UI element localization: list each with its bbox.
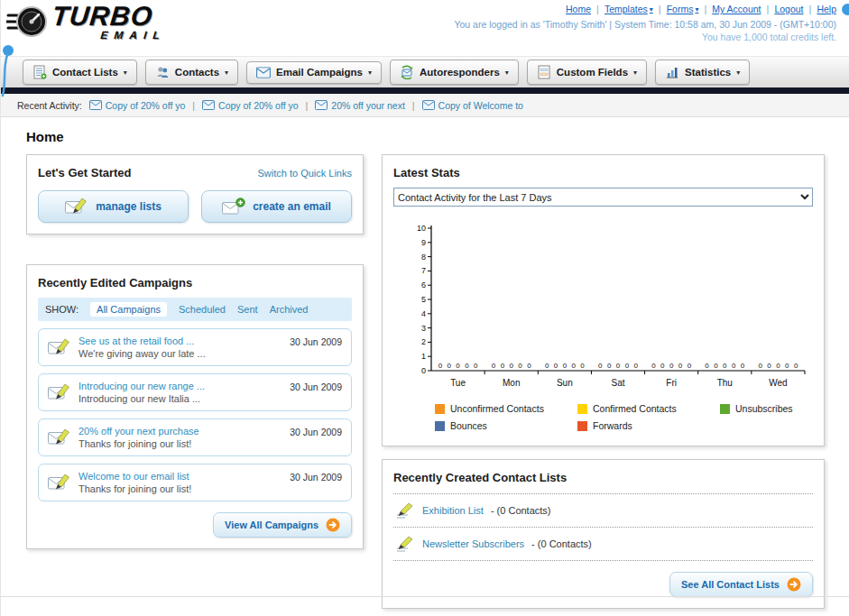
top-link-forms[interactable]: Forms▾ (667, 4, 699, 14)
stats-period-select[interactable]: Contact Activity for the Last 7 Days (393, 188, 813, 207)
svg-text:0: 0 (554, 362, 558, 370)
filter-all-campaigns[interactable]: All Campaigns (90, 302, 167, 317)
filter-archived[interactable]: Archived (270, 304, 309, 315)
svg-text:0: 0 (474, 362, 478, 370)
svg-text:Sun: Sun (557, 378, 573, 388)
campaign-filter-bar: SHOW: All Campaigns Scheduled Sent Archi… (38, 298, 352, 321)
latest-stats-panel: Latest Stats Contact Activity for the La… (382, 154, 825, 446)
legend-swatch (435, 421, 445, 431)
envelope-pencil-icon (65, 198, 88, 216)
nav-tab-contact-lists[interactable]: Contact Lists▾ (23, 60, 137, 85)
svg-text:10: 10 (417, 224, 426, 233)
nav-tab-custom-fields[interactable]: Custom Fields▾ (527, 60, 647, 85)
svg-text:0: 0 (509, 362, 513, 370)
top-link-logout[interactable]: Logout (774, 4, 803, 14)
envelope-plus-icon (222, 198, 245, 216)
contact-list-row: Newsletter Subscribers - (0 Contacts) (393, 527, 813, 561)
custom-fields-icon (537, 65, 551, 79)
svg-text:0: 0 (456, 362, 460, 370)
campaign-row: See us at the retail food ... We're givi… (38, 328, 352, 366)
recent-campaigns-panel: Recently Edited Campaigns SHOW: All Camp… (26, 264, 364, 549)
recent-activity-item: Copy of 20% off yo (89, 100, 186, 111)
app-window: TURBO EMAIL Home| Templates▾| Forms▾| My… (0, 0, 849, 616)
pencil-icon (395, 502, 415, 519)
corner-dot-decoration (842, 4, 849, 15)
turbo-email-logo[interactable]: TURBO EMAIL (6, 3, 167, 42)
svg-text:0: 0 (758, 362, 762, 370)
nav-tab-autoresponders[interactable]: Autoresponders▾ (390, 60, 519, 85)
create-email-button[interactable]: create an email (201, 190, 352, 223)
chevron-down-icon: ▾ (633, 69, 637, 77)
filter-scheduled[interactable]: Scheduled (179, 304, 226, 315)
nav-tab-contacts[interactable]: Contacts▾ (145, 60, 238, 85)
page-title: Home (26, 129, 824, 144)
svg-text:Fri: Fri (666, 378, 677, 388)
envelope-icon (315, 100, 328, 110)
chevron-down-icon: ▾ (124, 69, 127, 77)
chevron-down-icon: ▾ (368, 69, 372, 77)
svg-text:1: 1 (421, 352, 426, 361)
footer-divider (1, 596, 849, 597)
legend-item-unsubscribes: Unsubscribes (720, 403, 849, 414)
switch-quick-links-link[interactable]: Switch to Quick Links (257, 168, 352, 179)
top-link-help[interactable]: Help (817, 4, 836, 14)
top-link-my-account[interactable]: My Account (712, 4, 761, 14)
legend-swatch (720, 404, 730, 414)
campaign-subtitle: Introducing our new Italia ... (78, 393, 200, 404)
recent-activity-link[interactable]: Copy of 20% off yo (218, 100, 299, 111)
contact-list-row: Exhibition List - (0 Contacts) (393, 493, 813, 527)
svg-text:0: 0 (438, 362, 443, 370)
chevron-down-icon: ▾ (736, 69, 740, 77)
campaign-title-link[interactable]: 20% off your next purchase (78, 425, 282, 437)
legend-item-unconfirmed: Unconfirmed Contacts (435, 403, 577, 414)
svg-text:0: 0 (633, 362, 638, 370)
svg-text:5: 5 (421, 295, 426, 304)
svg-text:0: 0 (660, 362, 665, 370)
latest-stats-title: Latest Stats (393, 166, 813, 179)
campaign-date: 30 Jun 2009 (290, 472, 342, 483)
campaign-title-link[interactable]: Introducing our new range ... (78, 380, 282, 392)
contact-list-link[interactable]: Newsletter Subscribers (422, 538, 524, 549)
contacts-icon (155, 65, 170, 79)
svg-text:0: 0 (767, 362, 771, 370)
top-link-templates[interactable]: Templates▾ (604, 4, 653, 14)
see-all-contact-lists-button[interactable]: See All Contact Lists (669, 572, 813, 597)
campaign-subtitle: Thanks for joining our list! (78, 483, 191, 494)
svg-text:0: 0 (421, 366, 426, 375)
svg-text:0: 0 (563, 362, 568, 370)
recent-activity-link[interactable]: Copy of 20% off yo (106, 100, 186, 111)
campaign-title-link[interactable]: See us at the retail food ... (78, 335, 282, 347)
top-link-home[interactable]: Home (566, 4, 591, 14)
main-content: Home Let's Get Started Switch to Quick L… (1, 129, 849, 609)
envelope-pencil-icon (48, 473, 71, 492)
chart-legend: Unconfirmed Contacts Confirmed Contacts … (435, 403, 813, 431)
svg-text:4: 4 (421, 309, 426, 318)
header: TURBO EMAIL Home| Templates▾| Forms▾| My… (1, 0, 849, 56)
credits-text: You have 1,000 total credits left. (454, 32, 836, 42)
svg-text:0: 0 (669, 362, 674, 370)
recent-activity-link[interactable]: 20% off your next (331, 100, 405, 111)
contact-list-link[interactable]: Exhibition List (422, 505, 484, 516)
filter-sent[interactable]: Sent (237, 304, 258, 315)
chevron-down-icon: ▾ (505, 69, 509, 77)
campaign-title-link[interactable]: Welcome to our email list (78, 470, 282, 483)
svg-text:0: 0 (651, 362, 656, 370)
svg-text:0: 0 (607, 362, 612, 370)
nav-tab-email-campaigns[interactable]: Email Campaigns▾ (246, 61, 382, 84)
nav-tab-statistics[interactable]: Statistics▾ (655, 60, 750, 85)
main-navigation: Contact Lists▾ Contacts▾ Email Campaigns… (1, 56, 849, 87)
contact-lists-title: Recently Created Contact Lists (393, 471, 813, 484)
nav-divider-bar (1, 87, 849, 94)
recent-activity-link[interactable]: Copy of Welcome to (438, 100, 523, 111)
top-links: Home| Templates▾| Forms▾| My Account| Lo… (454, 4, 836, 14)
campaign-date: 30 Jun 2009 (290, 427, 342, 437)
manage-lists-button[interactable]: manage lists (38, 190, 189, 223)
get-started-panel: Let's Get Started Switch to Quick Links … (26, 154, 364, 234)
svg-text:Sat: Sat (611, 378, 624, 388)
contact-list-count: - (0 Contacts) (491, 505, 551, 516)
svg-text:7: 7 (421, 266, 426, 275)
svg-text:3: 3 (421, 324, 426, 333)
svg-text:0: 0 (447, 362, 451, 370)
legend-item-confirmed: Confirmed Contacts (577, 403, 720, 414)
view-all-campaigns-button[interactable]: View All Campaigns (213, 512, 352, 538)
